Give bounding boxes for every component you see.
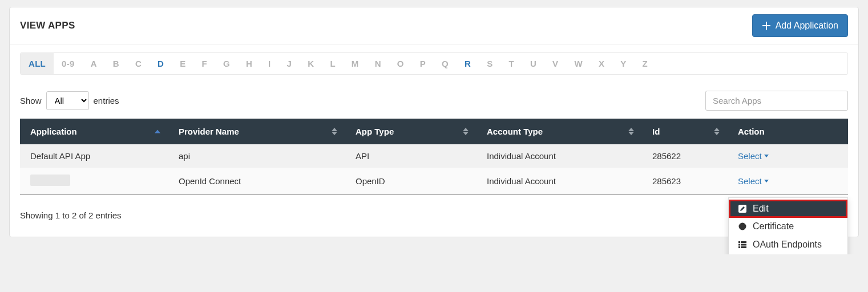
sort-icon bbox=[332, 128, 337, 136]
alpha-tab-s[interactable]: S bbox=[479, 53, 500, 74]
col-provider-label: Provider Name bbox=[179, 127, 239, 136]
plus-icon bbox=[762, 21, 771, 30]
col-provider[interactable]: Provider Name bbox=[168, 119, 345, 144]
sort-icon bbox=[463, 128, 469, 136]
entries-label: entries bbox=[94, 96, 119, 106]
sort-asc-icon bbox=[155, 129, 160, 133]
col-apptype[interactable]: App Type bbox=[345, 119, 477, 144]
alpha-tab-c[interactable]: C bbox=[127, 53, 150, 74]
cell-application: Default API App bbox=[20, 144, 168, 168]
alpha-tab-t[interactable]: T bbox=[500, 53, 522, 74]
alpha-tab-all[interactable]: ALL bbox=[21, 53, 54, 74]
col-action: Action bbox=[728, 119, 848, 144]
alpha-tab-d[interactable]: D bbox=[150, 53, 172, 74]
alpha-tab-w[interactable]: W bbox=[566, 53, 590, 74]
alpha-tab-r[interactable]: R bbox=[457, 53, 479, 74]
cell-provider: OpenId Connect bbox=[168, 168, 345, 194]
col-action-label: Action bbox=[738, 127, 765, 136]
alpha-tab-y[interactable]: Y bbox=[612, 53, 634, 74]
action-certificate-label: Certificate bbox=[753, 221, 794, 232]
cell-accounttype: Individual Account bbox=[477, 144, 642, 168]
alpha-filter-tabs: ALL0-9ABCDEFGHIJKLMNOPQRSTUVWXYZ bbox=[20, 52, 848, 75]
alpha-tab-p[interactable]: P bbox=[412, 53, 434, 74]
alpha-tab-v[interactable]: V bbox=[544, 53, 566, 74]
alpha-tab-u[interactable]: U bbox=[522, 53, 544, 74]
svg-rect-7 bbox=[741, 246, 746, 248]
alpha-tab-l[interactable]: L bbox=[322, 53, 343, 74]
col-accounttype-label: Account Type bbox=[487, 127, 543, 136]
cell-id: 285622 bbox=[642, 144, 728, 168]
alpha-tab-a[interactable]: A bbox=[83, 53, 105, 74]
table-controls: Show All entries bbox=[20, 91, 848, 111]
alpha-tab-g[interactable]: G bbox=[215, 53, 238, 74]
action-edit[interactable]: Edit bbox=[729, 200, 847, 218]
search-input[interactable] bbox=[705, 91, 848, 111]
add-application-button[interactable]: Add Application bbox=[752, 14, 848, 37]
action-oauth-label: OAuth Endpoints bbox=[753, 240, 822, 250]
alpha-tab-x[interactable]: X bbox=[591, 53, 612, 74]
alpha-tab-m[interactable]: M bbox=[344, 53, 367, 74]
page-size-select[interactable]: All bbox=[46, 91, 89, 110]
page-title: VIEW APPS bbox=[20, 20, 75, 31]
action-dropdown: Edit Certificate OAuth Endpoints Delete bbox=[728, 197, 848, 254]
caret-down-icon bbox=[764, 180, 769, 182]
col-id[interactable]: Id bbox=[642, 119, 728, 144]
col-application[interactable]: Application bbox=[20, 119, 168, 144]
cell-id: 285623 bbox=[642, 168, 728, 194]
alpha-tab-e[interactable]: E bbox=[172, 53, 193, 74]
svg-rect-5 bbox=[741, 244, 746, 246]
col-accounttype[interactable]: Account Type bbox=[477, 119, 642, 144]
cell-provider: api bbox=[168, 144, 345, 168]
col-application-label: Application bbox=[30, 127, 77, 136]
alpha-tab-h[interactable]: H bbox=[238, 53, 260, 74]
svg-rect-6 bbox=[738, 246, 740, 248]
apps-tbody: Default API AppapiAPIIndividual Account2… bbox=[20, 144, 848, 194]
alpha-tab-k[interactable]: K bbox=[300, 53, 322, 74]
table-divider bbox=[20, 194, 848, 195]
alpha-tab-0-9[interactable]: 0-9 bbox=[54, 53, 83, 74]
select-action-dropdown[interactable]: Select bbox=[738, 151, 769, 161]
cell-apptype: OpenID bbox=[345, 168, 477, 194]
alpha-tab-j[interactable]: J bbox=[279, 53, 300, 74]
alpha-tab-z[interactable]: Z bbox=[635, 53, 656, 74]
alpha-tab-o[interactable]: O bbox=[389, 53, 412, 74]
svg-rect-4 bbox=[738, 244, 740, 246]
cell-accounttype: Individual Account bbox=[477, 168, 642, 194]
svg-rect-2 bbox=[738, 241, 740, 243]
table-footer: Showing 1 to 2 of 2 entries First Prev bbox=[20, 205, 848, 233]
cell-apptype: API bbox=[345, 144, 477, 168]
list-icon bbox=[738, 240, 747, 249]
select-action-dropdown[interactable]: Select bbox=[738, 176, 769, 186]
pencil-icon bbox=[738, 204, 747, 213]
alpha-tab-b[interactable]: B bbox=[105, 53, 127, 74]
table-header-row: Application Provider Name App Type Accou… bbox=[20, 119, 848, 144]
select-label: Select bbox=[738, 176, 762, 186]
action-edit-label: Edit bbox=[753, 204, 769, 214]
col-apptype-label: App Type bbox=[356, 127, 394, 136]
svg-point-1 bbox=[739, 223, 746, 230]
cell-application bbox=[20, 168, 168, 194]
panel-header: VIEW APPS Add Application bbox=[10, 7, 858, 44]
redacted-text bbox=[30, 175, 70, 186]
show-label: Show bbox=[20, 96, 42, 106]
apps-table: Application Provider Name App Type Accou… bbox=[20, 119, 848, 194]
select-label: Select bbox=[738, 151, 762, 161]
cell-action: Select bbox=[728, 144, 848, 168]
page-size-control: Show All entries bbox=[20, 91, 119, 110]
action-oauth[interactable]: OAuth Endpoints bbox=[729, 236, 847, 254]
view-apps-panel: VIEW APPS Add Application ALL0-9ABCDEFGH… bbox=[9, 7, 859, 237]
alpha-tab-q[interactable]: Q bbox=[434, 53, 457, 74]
sort-icon bbox=[714, 128, 720, 136]
table-row: Default API AppapiAPIIndividual Account2… bbox=[20, 144, 848, 168]
panel-body: ALL0-9ABCDEFGHIJKLMNOPQRSTUVWXYZ Show Al… bbox=[10, 44, 858, 237]
caret-down-icon bbox=[764, 155, 769, 157]
add-application-label: Add Application bbox=[776, 21, 838, 31]
action-certificate[interactable]: Certificate bbox=[729, 217, 847, 236]
cell-action: Select bbox=[728, 168, 848, 194]
col-id-label: Id bbox=[652, 127, 660, 136]
alpha-tab-f[interactable]: F bbox=[194, 53, 215, 74]
action-delete[interactable]: Delete bbox=[729, 254, 847, 254]
alpha-tab-n[interactable]: N bbox=[367, 53, 389, 74]
alpha-tab-i[interactable]: I bbox=[260, 53, 278, 74]
certificate-icon bbox=[738, 222, 747, 231]
